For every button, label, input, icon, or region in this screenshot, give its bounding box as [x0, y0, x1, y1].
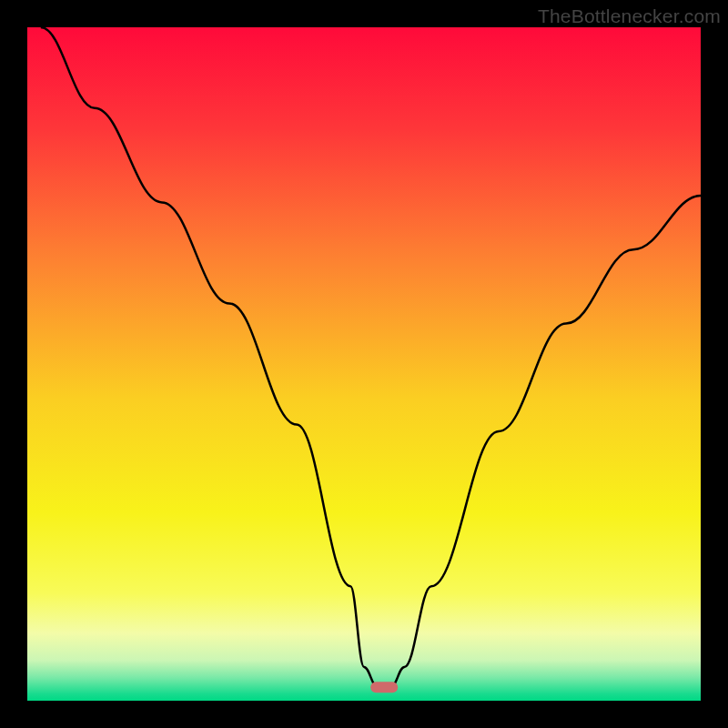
watermark-text: TheBottlenecker.com — [538, 5, 721, 27]
gradient-background — [27, 27, 701, 701]
plot-area — [27, 27, 701, 701]
chart-svg — [27, 27, 701, 701]
chart-frame: TheBottlenecker.com — [0, 0, 728, 728]
optimal-marker — [370, 682, 398, 693]
